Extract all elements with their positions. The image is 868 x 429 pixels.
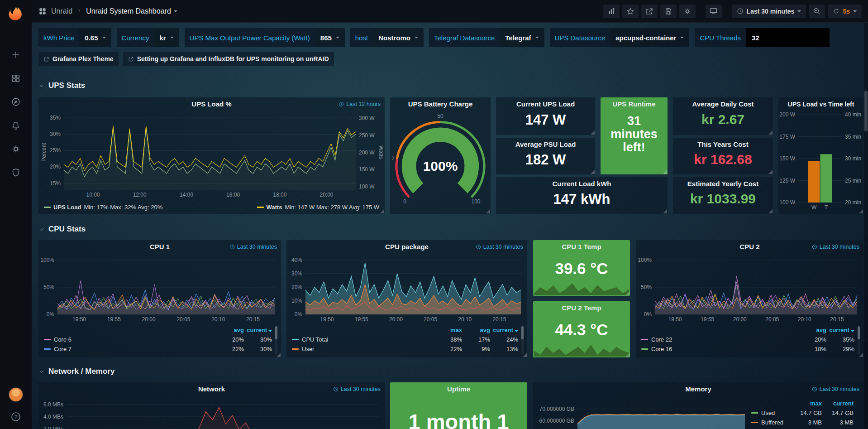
variable-host[interactable]: host Nostromo: [350, 28, 424, 47]
panel-time-range[interactable]: Last 30 minutes: [812, 386, 859, 392]
legend-value-current: 35%: [826, 336, 854, 343]
ups-load-vs-time-chart[interactable]: 100 W125 W150 W175 W200 W20 min25 min30 …: [779, 111, 863, 212]
legend-series[interactable]: Core 7: [44, 346, 216, 352]
legend-series[interactable]: CPU Total: [292, 336, 434, 343]
stat-value: 39.6 °C: [536, 260, 627, 277]
row-header-cpu-stats[interactable]: CPU Stats: [38, 225, 86, 234]
legend-series[interactable]: Buffered: [751, 419, 790, 426]
panel-title[interactable]: UPS Load %: [38, 97, 385, 111]
cycle-view-mode-button[interactable]: [706, 5, 722, 18]
page-scrollbar[interactable]: [864, 23, 868, 429]
breadcrumb-folder[interactable]: Unraid: [51, 7, 72, 15]
alerting-button[interactable]: [10, 120, 22, 131]
cpu-package-chart[interactable]: 0%10%20%30%40%19:5019:5520:0020:0520:102…: [288, 254, 525, 324]
grafana-logo[interactable]: [8, 5, 24, 21]
cpu1-chart[interactable]: 0%50%100%19:5019:5520:0020:0520:1020:15: [40, 254, 279, 324]
user-avatar[interactable]: [9, 387, 23, 402]
configuration-button[interactable]: [10, 143, 22, 155]
memory-chart[interactable]: 50.000000 GB60.000000 GB70.000000 GB: [535, 396, 749, 429]
svg-text:0%: 0%: [644, 311, 652, 318]
panel-title[interactable]: UPS Load vs Time left: [778, 97, 863, 111]
refresh-picker[interactable]: 5s: [828, 5, 862, 18]
panel-current-load-kwh: Current Load kWh 147 kWh: [496, 177, 668, 214]
time-range-picker[interactable]: Last 30 minutes: [732, 5, 806, 18]
save-dashboard-button[interactable]: [660, 5, 677, 18]
panel-time-range[interactable]: Last 30 minutes: [229, 244, 277, 250]
panel-title[interactable]: Current UPS Load: [496, 97, 595, 111]
legend-value-avg: 20%: [798, 336, 826, 343]
legend-series[interactable]: Core 6: [44, 336, 216, 343]
ups-load-chart[interactable]: 15%20%25%30%35%Percent100 W150 W200 W250…: [40, 111, 383, 199]
panel-title[interactable]: Current Load kWh: [496, 177, 668, 191]
create-button[interactable]: [10, 49, 22, 61]
legend-header-current[interactable]: current: [826, 327, 854, 333]
legend-header-avg[interactable]: avg: [798, 327, 826, 333]
panel-title[interactable]: This Years Cost: [673, 138, 773, 151]
battery-gauge[interactable]: 02050100100%: [392, 111, 489, 211]
compass-icon: [11, 97, 21, 107]
star-dashboard-button[interactable]: [622, 5, 639, 18]
legend-header-current[interactable]: current: [244, 327, 272, 333]
legend-series-ups-load[interactable]: UPS LoadMin: 17% Max: 32% Avg: 20%: [44, 204, 162, 211]
zoom-out-time-button[interactable]: [809, 5, 825, 18]
link-grafana-plex-theme[interactable]: Grafana Plex Theme: [38, 52, 119, 66]
legend-value-avg: 22%: [216, 346, 244, 352]
variable-currency[interactable]: Currency kr: [117, 28, 179, 47]
panel-title[interactable]: Average PSU Load: [496, 138, 595, 151]
variable-value: Nostromo: [373, 28, 424, 47]
network-chart[interactable]: 2.0 MBs4.0 MBs6.0 MBs: [40, 396, 383, 429]
scrollbar-thumb[interactable]: [864, 91, 868, 131]
legend-header-max[interactable]: max: [790, 400, 822, 407]
dashboard-title[interactable]: Unraid System Dashboard: [86, 7, 177, 15]
clock-icon: [333, 386, 339, 392]
legend-scrollbar[interactable]: [521, 326, 524, 354]
svg-text:19:55: 19:55: [107, 316, 121, 323]
dashboards-button[interactable]: [10, 72, 22, 84]
panel-title[interactable]: Uptime: [390, 382, 527, 396]
link-ups-monitoring-guide[interactable]: Setting up Grafana and InfluxDB for UPS …: [123, 52, 334, 66]
panel-title[interactable]: UPS Runtime: [601, 97, 668, 111]
legend-row: Core 16 18% 29%: [641, 344, 860, 354]
stat-value: kr 2.67: [676, 112, 770, 127]
add-panel-button[interactable]: [603, 5, 620, 18]
legend-header-max[interactable]: max: [434, 327, 462, 333]
share-dashboard-button[interactable]: [641, 5, 658, 18]
panel-time-range[interactable]: Last 30 minutes: [812, 244, 859, 250]
legend-series-watts[interactable]: WattsMin: 147 W Max: 278 W Avg: 175 W: [257, 204, 379, 211]
cpu2-chart[interactable]: 0%50%100%19:5019:5520:0020:0520:1020:15: [638, 254, 862, 324]
help-button[interactable]: ?: [10, 411, 22, 423]
variable-ups-datasource[interactable]: UPS Datasource apcupsd-container: [550, 28, 690, 47]
variable-telegraf-datasource[interactable]: Telegraf Datasource Telegraf: [429, 28, 544, 47]
refresh-icon: [833, 8, 839, 14]
legend-header-avg[interactable]: avg: [462, 327, 490, 333]
variable-ups-max-output[interactable]: UPS Max Output Power Capacity (Watt) 865: [185, 28, 345, 47]
chevron-down-icon: [38, 82, 45, 89]
panel-time-range[interactable]: Last 30 minutes: [333, 386, 381, 392]
server-admin-button[interactable]: [10, 167, 22, 178]
legend-header-avg[interactable]: avg: [216, 327, 244, 333]
legend-series[interactable]: Used: [751, 410, 790, 416]
dashboard-settings-button[interactable]: [679, 5, 696, 18]
panel-title[interactable]: Estimated Yearly Cost: [673, 177, 773, 191]
legend-series[interactable]: Core 22: [641, 336, 798, 343]
series-marker: [257, 207, 264, 208]
legend-header-current[interactable]: current: [822, 400, 854, 407]
variable-kwh-price[interactable]: kWh Price 0.65: [38, 28, 111, 47]
panel-title[interactable]: Average Daily Cost: [673, 97, 773, 111]
legend-value-current: 14.7 GB: [822, 410, 854, 416]
legend-scrollbar[interactable]: [858, 326, 860, 354]
ups-load-legend: UPS LoadMin: 17% Max: 32% Avg: 20% Watts…: [44, 204, 379, 211]
panel-title[interactable]: CPU 2 Temp: [533, 301, 630, 315]
row-header-network-memory[interactable]: Network / Memory: [38, 367, 114, 376]
legend-scrollbar[interactable]: [275, 326, 277, 354]
panel-time-range[interactable]: Last 30 minutes: [476, 244, 523, 250]
panel-title[interactable]: CPU 1 Temp: [533, 240, 630, 254]
legend-header-current[interactable]: current: [490, 327, 518, 333]
panel-time-range[interactable]: Last 12 hours: [339, 101, 381, 107]
legend-series[interactable]: Core 16: [641, 346, 798, 352]
legend-series[interactable]: User: [292, 346, 434, 352]
explore-button[interactable]: [10, 96, 22, 108]
row-header-ups-stats[interactable]: UPS Stats: [38, 81, 85, 90]
cpu-threads-input[interactable]: [746, 28, 830, 47]
panel-title[interactable]: UPS Battery Charge: [390, 97, 491, 111]
